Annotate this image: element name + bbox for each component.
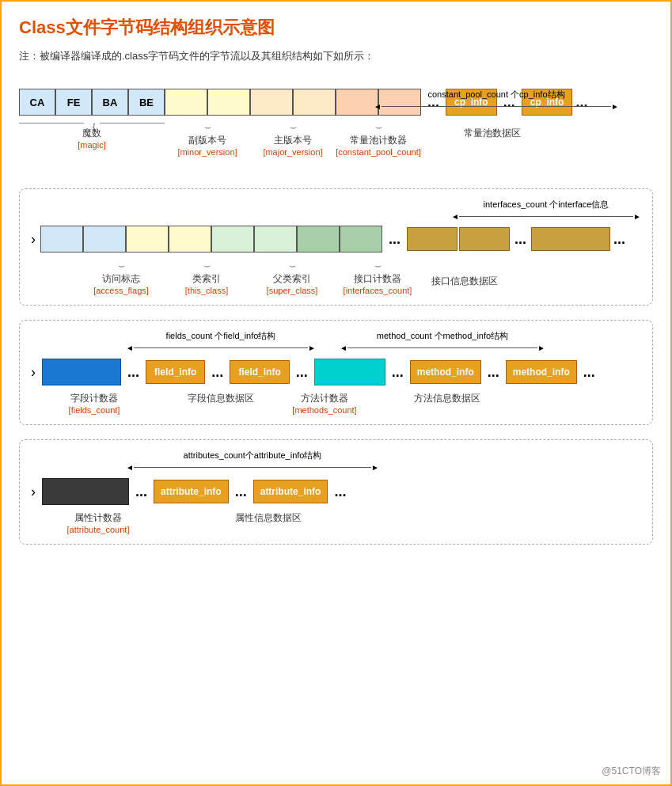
major-cn: 主版本号 xyxy=(274,134,312,147)
field-data-label: 字段信息数据区 xyxy=(165,392,276,405)
minor-label: ⌣ 副版本号 [minor_version] xyxy=(165,120,250,157)
magic-en: [magic] xyxy=(78,140,105,150)
chevron-3: › xyxy=(31,484,36,500)
section4-boxes-row: › ... attribute_info ... attribute_info … xyxy=(31,478,641,505)
dots8: ... xyxy=(208,364,226,381)
attr-data-label: 属性信息数据区 xyxy=(189,511,347,525)
attr-info-box-1: attribute_info xyxy=(154,480,229,503)
dots9: ... xyxy=(293,364,311,381)
fields-arrow-label: fields_count 个field_info结构 xyxy=(166,330,276,342)
iface-count-b1 xyxy=(297,226,340,253)
dots12: ... xyxy=(580,364,598,381)
methods-arrow: method_count 个method_info结构 ◄ ► xyxy=(340,330,545,352)
dots6: ... xyxy=(610,231,628,248)
chevron-2: › xyxy=(31,364,36,381)
fields-arrow-line: ◄ ► xyxy=(126,344,316,352)
method-info-box-1: method_info xyxy=(410,360,481,384)
constant-pool-arrow-line: ◄ ► xyxy=(374,102,619,111)
note-text: 注：被编译器编译成的.class字节码文件的字节流以及其组织结构如下如所示： xyxy=(19,49,653,63)
field-count-label: 字段计数器 [fields_count] xyxy=(55,392,134,415)
attr-count-label: 属性计数器 [attribute_count] xyxy=(55,511,142,534)
interfaces-label: interfaces_count 个interface信息 xyxy=(484,199,609,211)
super-b1 xyxy=(211,226,254,253)
super-b2 xyxy=(254,226,297,253)
iface-data-label: 接口信息数据区 xyxy=(431,259,498,288)
method-count-label: 方法计数器 [methods_count] xyxy=(289,392,360,415)
interfaces-arrow: interfaces_count 个interface信息 ◄ ► xyxy=(451,199,641,221)
labels-row-3: 字段计数器 [fields_count] 字段信息数据区 方法计数器 [meth… xyxy=(31,392,641,415)
minor-b2 xyxy=(207,89,250,116)
iface-box-2 xyxy=(459,227,510,251)
magic-bytes: CA FE BA BE xyxy=(19,89,165,116)
const-count-en: [constant_pool_count] xyxy=(336,147,421,157)
method-info-box-2: method_info xyxy=(506,360,577,384)
attr-count-box xyxy=(42,478,129,505)
super-label: ⌣ 父类索引 [super_class] xyxy=(249,259,335,295)
labels-row-4: 属性计数器 [attribute_count] 属性信息数据区 xyxy=(31,511,641,534)
dots4: ... xyxy=(382,231,407,248)
iface-box-1 xyxy=(407,227,457,251)
major-bytes xyxy=(250,89,336,116)
bytes-row-2: › ... ... ... xyxy=(31,226,641,253)
const-data-cn: 常量池数据区 xyxy=(464,127,521,140)
access-label: ⌣ 访问标志 [access_flags] xyxy=(78,259,164,295)
fields-arrow: fields_count 个field_info结构 ◄ ► xyxy=(126,330,316,352)
field-count-box xyxy=(42,359,121,385)
dots11: ... xyxy=(484,364,503,381)
major-b1 xyxy=(250,89,293,116)
const-b1 xyxy=(336,89,378,116)
magic-label: ｛ 魔数 [magic] xyxy=(19,120,165,150)
attr-info-box-2: attribute_info xyxy=(253,480,328,503)
watermark: @51CTO博客 xyxy=(602,765,661,778)
constant-pool-label: constant_pool_count 个cp_info结构 xyxy=(374,89,619,101)
access-b2 xyxy=(83,226,126,253)
byte-ba: BA xyxy=(92,89,128,116)
field-info-box-2: field_info xyxy=(230,360,289,384)
this-label: ⌣ 类索引 [this_class] xyxy=(164,259,249,295)
labels-row-1: ｛ 魔数 [magic] ⌣ 副版本号 [minor_version] ⌣ 主版… xyxy=(19,120,653,157)
iface-count-b2 xyxy=(340,226,382,253)
this-b1 xyxy=(126,226,169,253)
dots5: ... xyxy=(510,231,531,248)
interfaces-arrow-container: interfaces_count 个interface信息 ◄ ► xyxy=(31,199,641,221)
labels-row-2: ⌣ 访问标志 [access_flags] ⌣ 类索引 [this_class]… xyxy=(31,259,641,295)
dots15: ... xyxy=(331,484,349,500)
dots13: ... xyxy=(132,484,150,500)
section3-arrows: fields_count 个field_info结构 ◄ ► method_co… xyxy=(126,330,641,352)
attributes-arrow: attributes_count个attribute_info结构 ◄ ► xyxy=(126,450,379,472)
major-en: [major_version] xyxy=(263,147,322,157)
dots14: ... xyxy=(232,484,250,500)
byte-be: BE xyxy=(128,89,165,116)
major-label: ⌣ 主版本号 [major_version] xyxy=(250,120,336,157)
const-data-label: 常量池数据区 xyxy=(429,120,556,140)
section3-box: fields_count 个field_info结构 ◄ ► method_co… xyxy=(19,320,653,425)
iface-count-label: ⌣ 接口计数器 [interfaces_count] xyxy=(335,259,420,295)
page-title: Class文件字节码结构组织示意图 xyxy=(19,16,653,40)
methods-arrow-line: ◄ ► xyxy=(340,344,545,352)
section3-boxes-row: › ... field_info ... field_info ... ... … xyxy=(31,359,641,385)
minor-bytes xyxy=(165,89,250,116)
methods-arrow-label: method_count 个method_info结构 xyxy=(377,330,508,342)
attributes-label: attributes_count个attribute_info结构 xyxy=(184,450,322,461)
byte-ca: CA xyxy=(19,89,55,116)
method-data-label: 方法信息数据区 xyxy=(384,392,511,405)
method-count-box xyxy=(314,359,385,385)
field-info-box-1: field_info xyxy=(146,360,205,384)
access-b1 xyxy=(40,226,83,253)
chevron-1: › xyxy=(31,231,36,248)
attributes-arrow-line: ◄ ► xyxy=(126,463,379,472)
const-count-cn: 常量池计数器 xyxy=(350,134,407,147)
major-b2 xyxy=(293,89,336,116)
minor-en: [minor_version] xyxy=(177,147,237,157)
section4-box: attributes_count个attribute_info结构 ◄ ► › … xyxy=(19,439,653,545)
minor-b1 xyxy=(165,89,207,116)
constant-pool-arrow-container: constant_pool_count 个cp_info结构 ◄ ► xyxy=(374,89,619,111)
interfaces-arrow-line: ◄ ► xyxy=(451,212,641,221)
byte-fe: FE xyxy=(55,89,92,116)
dots10: ... xyxy=(389,364,407,381)
const-count-label: ⌣ 常量池计数器 [constant_pool_count] xyxy=(336,120,421,157)
attributes-arrow-container: attributes_count个attribute_info结构 ◄ ► xyxy=(126,450,641,472)
section2-box: interfaces_count 个interface信息 ◄ ► › xyxy=(19,188,653,306)
this-b2 xyxy=(169,226,211,253)
dots7: ... xyxy=(124,364,142,381)
